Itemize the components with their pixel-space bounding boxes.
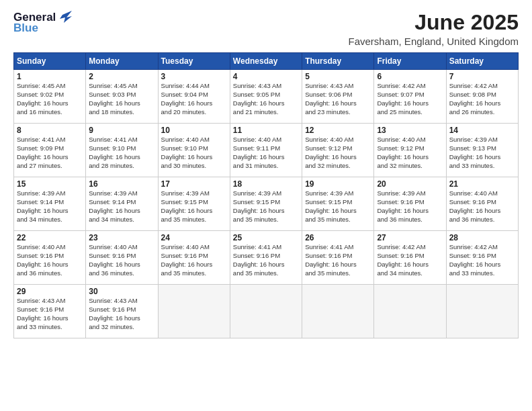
day-number: 30 <box>89 287 154 296</box>
title-area: June 2025 Faversham, England, United Kin… <box>349 11 519 47</box>
day-number: 11 <box>233 126 299 135</box>
day-info: Sunrise: 4:40 AMSunset: 9:12 PMDaylight:… <box>305 136 371 170</box>
day-info: Sunrise: 4:41 AMSunset: 9:16 PMDaylight:… <box>305 243 371 277</box>
calendar-day-cell: 30 Sunrise: 4:43 AMSunset: 9:16 PMDaylig… <box>86 285 158 338</box>
calendar-day-cell: 24 Sunrise: 4:40 AMSunset: 9:16 PMDaylig… <box>158 231 230 285</box>
day-info: Sunrise: 4:40 AMSunset: 9:16 PMDaylight:… <box>161 243 227 277</box>
calendar-day-cell: 18 Sunrise: 4:39 AMSunset: 9:15 PMDaylig… <box>230 177 302 231</box>
day-info: Sunrise: 4:42 AMSunset: 9:08 PMDaylight:… <box>449 82 515 116</box>
day-info: Sunrise: 4:39 AMSunset: 9:14 PMDaylight:… <box>17 189 83 224</box>
col-wednesday: Wednesday <box>230 53 302 70</box>
calendar-day-cell: 23 Sunrise: 4:40 AMSunset: 9:16 PMDaylig… <box>86 231 158 285</box>
calendar-day-cell: 9 Sunrise: 4:41 AMSunset: 9:10 PMDayligh… <box>86 124 158 177</box>
logo-bird-icon <box>57 11 72 23</box>
day-number: 18 <box>233 179 299 189</box>
day-number: 13 <box>377 126 443 135</box>
day-info: Sunrise: 4:40 AMSunset: 9:10 PMDaylight:… <box>161 136 227 170</box>
calendar-day-cell: 17 Sunrise: 4:39 AMSunset: 9:15 PMDaylig… <box>158 177 230 231</box>
day-info: Sunrise: 4:41 AMSunset: 9:09 PMDaylight:… <box>17 136 83 170</box>
calendar-day-cell: 22 Sunrise: 4:40 AMSunset: 9:16 PMDaylig… <box>14 231 86 285</box>
day-info: Sunrise: 4:41 AMSunset: 9:16 PMDaylight:… <box>233 243 299 277</box>
calendar-day-cell: 29 Sunrise: 4:43 AMSunset: 9:16 PMDaylig… <box>14 285 86 338</box>
day-info: Sunrise: 4:41 AMSunset: 9:10 PMDaylight:… <box>89 136 154 170</box>
col-sunday: Sunday <box>14 53 86 70</box>
calendar-day-cell <box>302 285 374 338</box>
calendar-day-cell: 12 Sunrise: 4:40 AMSunset: 9:12 PMDaylig… <box>302 124 374 177</box>
day-info: Sunrise: 4:43 AMSunset: 9:05 PMDaylight:… <box>233 82 299 116</box>
calendar-day-cell: 2 Sunrise: 4:45 AMSunset: 9:03 PMDayligh… <box>86 70 158 124</box>
day-number: 29 <box>17 287 83 296</box>
calendar-day-cell: 3 Sunrise: 4:44 AMSunset: 9:04 PMDayligh… <box>158 70 230 124</box>
logo-blue: Blue <box>13 21 38 35</box>
day-number: 9 <box>89 126 154 135</box>
day-info: Sunrise: 4:44 AMSunset: 9:04 PMDaylight:… <box>161 82 227 116</box>
day-info: Sunrise: 4:40 AMSunset: 9:11 PMDaylight:… <box>233 136 299 170</box>
calendar-day-cell: 16 Sunrise: 4:39 AMSunset: 9:14 PMDaylig… <box>86 177 158 231</box>
day-number: 6 <box>377 72 443 81</box>
month-title: June 2025 <box>349 11 519 34</box>
calendar-day-cell: 4 Sunrise: 4:43 AMSunset: 9:05 PMDayligh… <box>230 70 302 124</box>
day-number: 27 <box>377 233 443 242</box>
day-number: 5 <box>305 72 371 81</box>
calendar-day-cell: 28 Sunrise: 4:42 AMSunset: 9:16 PMDaylig… <box>446 231 518 285</box>
day-info: Sunrise: 4:39 AMSunset: 9:16 PMDaylight:… <box>377 189 443 224</box>
calendar-day-cell: 15 Sunrise: 4:39 AMSunset: 9:14 PMDaylig… <box>14 177 86 231</box>
day-info: Sunrise: 4:40 AMSunset: 9:16 PMDaylight:… <box>89 243 154 277</box>
header-row: Sunday Monday Tuesday Wednesday Thursday… <box>14 53 519 70</box>
day-info: Sunrise: 4:45 AMSunset: 9:02 PMDaylight:… <box>17 82 83 116</box>
calendar-day-cell <box>374 285 446 338</box>
calendar-day-cell: 10 Sunrise: 4:40 AMSunset: 9:10 PMDaylig… <box>158 124 230 177</box>
day-info: Sunrise: 4:39 AMSunset: 9:15 PMDaylight:… <box>161 189 227 224</box>
day-number: 24 <box>161 233 227 242</box>
calendar-day-cell: 20 Sunrise: 4:39 AMSunset: 9:16 PMDaylig… <box>374 177 446 231</box>
day-number: 8 <box>17 126 83 135</box>
col-saturday: Saturday <box>446 53 518 70</box>
day-number: 1 <box>17 72 83 81</box>
calendar-day-cell: 8 Sunrise: 4:41 AMSunset: 9:09 PMDayligh… <box>14 124 86 177</box>
day-number: 7 <box>449 72 515 81</box>
day-number: 28 <box>449 233 515 242</box>
calendar-day-cell: 21 Sunrise: 4:40 AMSunset: 9:16 PMDaylig… <box>446 177 518 231</box>
day-number: 15 <box>17 179 83 189</box>
day-number: 25 <box>233 233 299 242</box>
day-info: Sunrise: 4:40 AMSunset: 9:16 PMDaylight:… <box>449 189 515 224</box>
day-number: 2 <box>89 72 154 81</box>
calendar-week-row: 22 Sunrise: 4:40 AMSunset: 9:16 PMDaylig… <box>14 231 519 285</box>
col-monday: Monday <box>86 53 158 70</box>
calendar-week-row: 15 Sunrise: 4:39 AMSunset: 9:14 PMDaylig… <box>14 177 519 231</box>
calendar-day-cell: 1 Sunrise: 4:45 AMSunset: 9:02 PMDayligh… <box>14 70 86 124</box>
day-info: Sunrise: 4:42 AMSunset: 9:16 PMDaylight:… <box>377 243 443 277</box>
day-number: 3 <box>161 72 227 81</box>
day-number: 14 <box>449 126 515 135</box>
day-number: 22 <box>17 233 83 242</box>
location-title: Faversham, England, United Kingdom <box>349 36 519 47</box>
day-number: 23 <box>89 233 154 242</box>
calendar-table: Sunday Monday Tuesday Wednesday Thursday… <box>13 52 519 338</box>
day-number: 20 <box>377 179 443 189</box>
calendar-body: 1 Sunrise: 4:45 AMSunset: 9:02 PMDayligh… <box>14 70 519 338</box>
calendar-day-cell: 14 Sunrise: 4:39 AMSunset: 9:13 PMDaylig… <box>446 124 518 177</box>
day-number: 26 <box>305 233 371 242</box>
day-info: Sunrise: 4:39 AMSunset: 9:15 PMDaylight:… <box>305 189 371 224</box>
day-info: Sunrise: 4:40 AMSunset: 9:12 PMDaylight:… <box>377 136 443 170</box>
day-info: Sunrise: 4:42 AMSunset: 9:07 PMDaylight:… <box>377 82 443 116</box>
page: General Blue June 2025 Faversham, Englan… <box>0 0 532 411</box>
calendar-day-cell: 11 Sunrise: 4:40 AMSunset: 9:11 PMDaylig… <box>230 124 302 177</box>
col-friday: Friday <box>374 53 446 70</box>
calendar-day-cell <box>230 285 302 338</box>
calendar-day-cell: 27 Sunrise: 4:42 AMSunset: 9:16 PMDaylig… <box>374 231 446 285</box>
header: General Blue June 2025 Faversham, Englan… <box>13 11 519 47</box>
day-number: 17 <box>161 179 227 189</box>
day-number: 4 <box>233 72 299 81</box>
calendar-week-row: 1 Sunrise: 4:45 AMSunset: 9:02 PMDayligh… <box>14 70 519 124</box>
calendar-week-row: 29 Sunrise: 4:43 AMSunset: 9:16 PMDaylig… <box>14 285 519 338</box>
calendar-day-cell: 13 Sunrise: 4:40 AMSunset: 9:12 PMDaylig… <box>374 124 446 177</box>
day-info: Sunrise: 4:43 AMSunset: 9:16 PMDaylight:… <box>17 297 83 331</box>
day-info: Sunrise: 4:39 AMSunset: 9:13 PMDaylight:… <box>449 136 515 170</box>
col-tuesday: Tuesday <box>158 53 230 70</box>
calendar-day-cell <box>446 285 518 338</box>
day-info: Sunrise: 4:45 AMSunset: 9:03 PMDaylight:… <box>89 82 154 116</box>
day-number: 12 <box>305 126 371 135</box>
calendar-day-cell: 19 Sunrise: 4:39 AMSunset: 9:15 PMDaylig… <box>302 177 374 231</box>
day-info: Sunrise: 4:42 AMSunset: 9:16 PMDaylight:… <box>449 243 515 277</box>
